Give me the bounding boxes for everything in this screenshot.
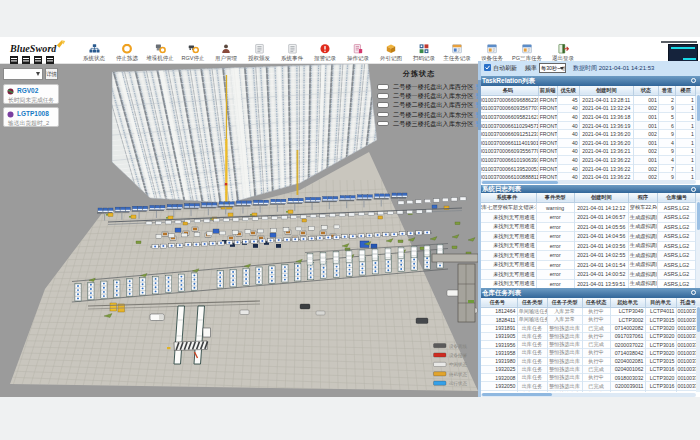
svg-text:设备离线: 设备离线 xyxy=(449,343,468,349)
svg-text:设备报警: 设备报警 xyxy=(449,352,468,358)
svg-text:运行状态: 运行状态 xyxy=(449,381,468,386)
